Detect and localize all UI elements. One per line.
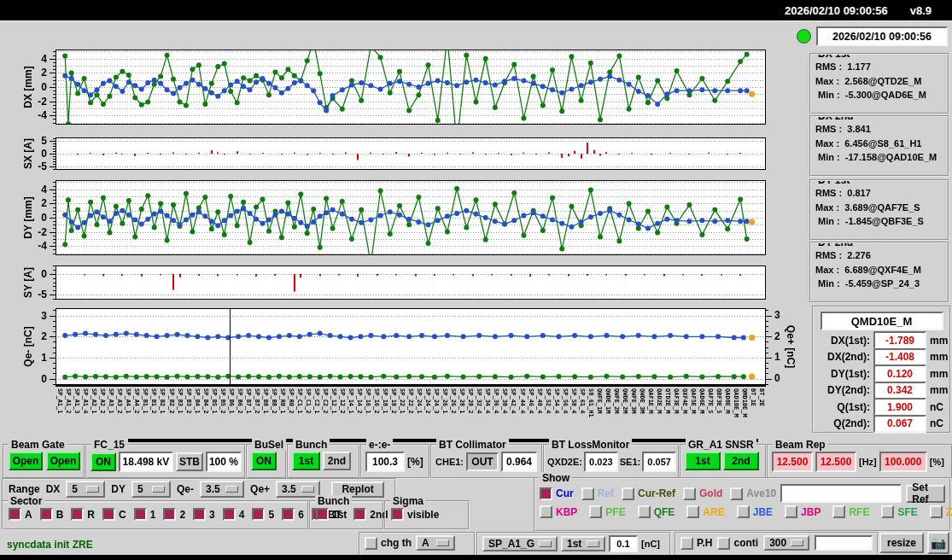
checkbox-icon[interactable] <box>40 508 53 521</box>
sector-title: Sector <box>8 495 44 507</box>
status-check-p-h[interactable]: P.H <box>680 537 712 550</box>
show-check-cur[interactable]: Cur <box>540 487 574 500</box>
extra-input[interactable] <box>815 535 873 551</box>
sector-check-a[interactable]: A <box>9 508 32 521</box>
show-check-are[interactable]: ARE <box>686 505 724 518</box>
beam-rep-group: Beam Rep 12.500 12.500 [Hz] 100.000 [%] <box>767 444 952 479</box>
gr-a1-2nd-button[interactable]: 2nd <box>723 452 759 470</box>
ref-file-input[interactable] <box>780 484 902 503</box>
sector-group: Sector ABRC123456BT <box>2 500 309 530</box>
bunch-1st-button[interactable]: 1st <box>292 452 320 470</box>
orbit-charts-canvas <box>0 22 798 445</box>
range-qem-select[interactable]: 3.5 <box>200 481 244 498</box>
checkbox-icon[interactable] <box>391 508 404 521</box>
checkbox-icon[interactable] <box>9 508 21 521</box>
fc15-stb-button[interactable]: STB <box>176 452 203 471</box>
fc15-on-button[interactable]: ON <box>91 452 116 471</box>
che1-state-button[interactable]: OUT <box>466 452 499 471</box>
checkbox-icon[interactable] <box>163 508 176 521</box>
gr-a1-1st-button[interactable]: 1st <box>685 452 721 470</box>
checkbox-icon[interactable] <box>717 537 730 550</box>
show-check-cur-ref[interactable]: Cur-Ref <box>622 487 675 500</box>
show-check-ref[interactable]: Ref <box>581 487 614 500</box>
checkbox-icon[interactable] <box>785 505 797 518</box>
sector-check-c[interactable]: C <box>102 508 126 521</box>
checkbox-icon[interactable] <box>737 505 750 518</box>
checkbox-icon[interactable] <box>540 505 552 518</box>
show-check-gold[interactable]: Gold <box>683 487 722 500</box>
checkbox-icon[interactable] <box>730 487 743 500</box>
checkbox-icon[interactable] <box>134 508 147 521</box>
show-check-ave10[interactable]: Ave10 <box>730 487 776 500</box>
camera-icon: 📷 <box>931 535 947 551</box>
checkbox-icon[interactable] <box>686 505 699 518</box>
set-ref-button[interactable]: Set Ref <box>906 485 945 503</box>
show-check-rfe[interactable]: RFE <box>832 505 869 518</box>
sigma-group: Sigma visible <box>384 500 470 530</box>
bpm-select[interactable]: SP_A1_G <box>482 536 558 551</box>
checkbox-icon[interactable] <box>193 508 206 521</box>
checkbox-icon[interactable] <box>353 508 366 521</box>
sector-check-1[interactable]: 1 <box>134 508 156 521</box>
conti-checks: conti <box>717 537 758 550</box>
sector-check-3[interactable]: 3 <box>193 508 215 521</box>
show-check-zre[interactable]: ZRE <box>930 505 952 518</box>
chg-th-select[interactable]: A <box>416 535 455 551</box>
show-check-jbp[interactable]: JBP <box>785 505 821 518</box>
checkbox-icon[interactable] <box>589 505 602 518</box>
checkbox-icon[interactable] <box>71 508 84 521</box>
show-check-kbp[interactable]: KBP <box>540 505 577 518</box>
checkbox-icon[interactable] <box>638 505 651 518</box>
resize-button[interactable]: resize <box>879 533 924 553</box>
checkbox-icon[interactable] <box>365 537 377 550</box>
camera-button[interactable]: 📷 <box>927 532 949 554</box>
status-check-chg-th[interactable]: chg th <box>365 537 412 550</box>
bunch-check-2nd[interactable]: 2nd <box>353 508 388 521</box>
beam-gate-open1-button[interactable]: Open <box>9 452 43 470</box>
sector-check-4[interactable]: 4 <box>223 508 245 521</box>
sector-check-b[interactable]: B <box>40 508 64 521</box>
show-check-jbe[interactable]: JBE <box>737 505 773 518</box>
bunch-2nd-button[interactable]: 2nd <box>323 452 351 470</box>
bunch-check-1st[interactable]: 1st <box>316 508 347 521</box>
sector-check-2[interactable]: 2 <box>163 508 185 521</box>
option-menu-icon <box>225 486 238 493</box>
checkbox-icon[interactable] <box>683 487 696 500</box>
checkbox-icon[interactable] <box>622 487 634 500</box>
range-dy-select[interactable]: 5 <box>131 481 171 498</box>
show-check-pfe[interactable]: PFE <box>589 505 625 518</box>
checkbox-label: A <box>25 509 32 521</box>
busel-on-button[interactable]: ON <box>251 452 277 470</box>
points-select[interactable]: 300 <box>763 535 809 551</box>
beam-gate-open2-button[interactable]: Open <box>46 452 80 470</box>
range-qem-label: Qe- <box>177 483 194 495</box>
range-dx-select[interactable]: 5 <box>66 481 105 498</box>
checkbox-icon[interactable] <box>282 508 295 521</box>
dy-2nd-stats-title: DY 2nd <box>815 242 856 248</box>
checkbox-icon[interactable] <box>832 505 845 518</box>
checkbox-label: RFE <box>849 506 869 518</box>
threshold-field[interactable]: 0.1 <box>609 535 638 552</box>
range-qep-select[interactable]: 3.5 <box>276 481 320 498</box>
checkbox-icon[interactable] <box>316 508 329 521</box>
beam-gate-group: Beam Gate Open Open <box>3 444 85 479</box>
beam-rep-duty: 100.000 <box>879 452 927 472</box>
bunch-select[interactable]: 1st <box>561 536 605 551</box>
sector-check-5[interactable]: 5 <box>252 508 274 521</box>
checkbox-label: visible <box>407 509 439 521</box>
show-check-qfe[interactable]: QFE <box>638 505 675 518</box>
sigma-check-visible[interactable]: visible <box>391 508 439 521</box>
checkbox-icon[interactable] <box>881 505 894 518</box>
checkbox-icon[interactable] <box>540 487 552 500</box>
status-check-conti[interactable]: conti <box>717 537 758 550</box>
checkbox-icon[interactable] <box>223 508 236 521</box>
checkbox-icon[interactable] <box>102 508 115 521</box>
checkbox-icon[interactable] <box>252 508 265 521</box>
checkbox-icon[interactable] <box>930 505 943 518</box>
sector-check-6[interactable]: 6 <box>282 508 304 521</box>
sector-check-r[interactable]: R <box>71 508 95 521</box>
show-check-sfe[interactable]: SFE <box>881 505 917 518</box>
checkbox-label: Cur <box>556 487 574 499</box>
checkbox-icon[interactable] <box>581 487 594 500</box>
checkbox-icon[interactable] <box>680 537 693 550</box>
